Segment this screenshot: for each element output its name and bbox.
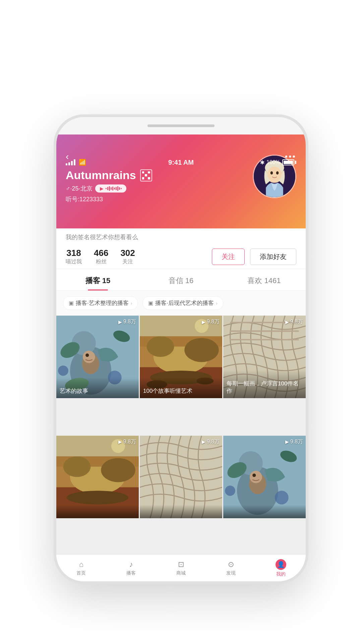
svg-point-52 [275,491,289,504]
phone-container: 📶 9:41 AM ✱ 100% ‹ ••• [0,114,362,584]
stats-row: 318 喵过我 466 粉丝 302 关注 关注 添加好友 [56,245,306,269]
play-count-3: ▶ 9.8万 [285,318,303,325]
play-icon-2: ▶ [202,319,205,325]
playlist-tag-label-1: 播客·艺术整理的播客 [76,299,129,307]
action-buttons: 关注 添加好友 [212,249,296,265]
voice-play-icon: ▶ [100,186,104,191]
profile-nav-icon: 👤 [277,561,285,568]
bottom-nav: ⌂ 首页 ♪ 播客 ⊡ 商城 ⊙ 发现 👤 [56,554,306,581]
svg-point-53 [225,485,235,496]
svg-point-21 [147,336,174,357]
status-left: 📶 [66,159,86,166]
grid-label-6 [223,505,306,518]
svg-point-11 [85,354,89,357]
play-count-1: ▶ 9.8万 [118,318,136,325]
battery-icon [282,159,296,165]
playlist-tag-art[interactable]: ▣ 播客·艺术整理的播客 › [63,296,138,310]
svg-point-22 [184,338,219,362]
shop-icon: ⊡ [178,560,184,569]
shop-label: 商城 [176,570,186,576]
play-count-2: ▶ 9.8万 [202,318,220,325]
svg-point-37 [63,456,91,477]
podcast-label: 播客 [126,570,136,576]
tab-likes[interactable]: 喜欢 1461 [223,269,306,290]
qr-code-icon[interactable] [140,169,152,181]
home-label: 首页 [76,570,86,576]
fans-label: 粉丝 [96,259,107,264]
grid-label-3: 每期一幅画，卢浮宫100件名作 [223,370,306,398]
playlist-tag-icon-1: ▣ [69,300,74,306]
discover-icon: ⊙ [228,560,234,569]
grid-item-3[interactable]: ▶ 9.8万 每期一幅画，卢浮宫100件名作 [223,316,306,398]
play-icon-1: ▶ [118,319,122,325]
fans-count: 466 [94,248,108,258]
stat-fans[interactable]: 466 粉丝 [94,248,108,265]
status-time: 9:41 AM [168,159,194,166]
play-icon-4: ▶ [118,439,122,444]
phone-mockup: 📶 9:41 AM ✱ 100% ‹ ••• [54,114,308,584]
following-count: 302 [120,248,135,258]
svg-point-16 [58,366,68,376]
playlist-tag-postmodern[interactable]: ▣ 播客·后现代艺术的播客 › [142,296,223,310]
svg-point-38 [101,458,135,482]
signal-bars [66,159,75,165]
follow-button[interactable]: 关注 [212,249,245,265]
wifi-icon: 📶 [79,159,86,166]
playlist-tags-row: ▣ 播客·艺术整理的播客 › ▣ 播客·后现代艺术的播客 › [56,291,306,316]
bluetooth-icon: ✱ [260,159,264,166]
svg-point-10 [83,351,95,363]
nav-item-shop[interactable]: ⊡ 商城 [156,560,206,576]
play-count-4: ▶ 9.8万 [118,438,136,445]
profile-header-bg: ‹ ••• Autumnrains ♂·25·北京 [56,135,306,228]
grid-label-5 [140,505,222,518]
play-count-6: ▶ 9.8万 [285,438,303,445]
playlist-tag-icon-2: ▣ [148,300,153,306]
grid-label-4 [56,505,139,518]
svg-point-4 [270,171,273,175]
username: Autumnrains [66,169,136,182]
play-icon-3: ▶ [285,319,289,325]
voice-play-button[interactable]: ▶ [95,184,126,193]
bio-text: 我的签名很艺术你想看看么 [56,228,306,245]
svg-point-41 [67,491,129,504]
stat-liked-me[interactable]: 318 喵过我 [66,248,82,265]
tab-podcasts[interactable]: 播客 15 [56,269,139,290]
profile-label: 我的 [276,571,286,577]
tabs-row: 播客 15 音信 16 喜欢 1461 [56,269,306,291]
profile-nav-avatar: 👤 [276,559,286,570]
liked-me-count: 318 [66,248,82,258]
add-friend-button[interactable]: 添加好友 [250,249,296,265]
grid-item-4[interactable]: ▶ 9.8万 [56,436,139,518]
status-bar: 📶 9:41 AM ✱ 100% [56,152,306,169]
podcast-icon: ♪ [129,560,133,569]
svg-point-5 [276,171,279,175]
app-content: 📶 9:41 AM ✱ 100% ‹ ••• [56,135,306,581]
svg-point-49 [252,473,256,477]
following-label: 关注 [122,259,133,264]
grid-label-1: 艺术的故事 [56,377,139,398]
nav-item-home[interactable]: ⌂ 首页 [56,560,106,576]
nav-item-profile[interactable]: 👤 我的 [256,559,306,577]
play-count-5: ▶ 9.8万 [202,438,220,445]
chevron-right-icon-1: › [131,301,132,306]
home-icon: ⌂ [79,560,83,569]
phone-notch-bar [147,124,215,127]
grid-label-2: 100个故事听懂艺术 [140,377,222,398]
voice-wave [106,186,122,191]
gender-age-city: ♂·25·北京 [66,184,93,193]
nav-item-discover[interactable]: ⊙ 发现 [206,560,256,576]
grid-item-1[interactable]: ▶ 9.8万 艺术的故事 [56,316,139,398]
status-right: ✱ 100% [260,159,296,166]
profile-bio-section: 我的签名很艺术你想看看么 318 喵过我 466 粉丝 302 关注 [56,228,306,316]
nav-item-podcast[interactable]: ♪ 播客 [106,560,156,576]
content-grid: ▶ 9.8万 艺术的故事 [56,316,306,554]
playlist-tag-label-2: 播客·后现代艺术的播客 [155,299,214,307]
svg-point-48 [250,471,262,483]
grid-item-6[interactable]: ▶ 9.8万 [223,436,306,518]
grid-item-2[interactable]: ▶ 9.8万 100个故事听懂艺术 [140,316,222,398]
tab-messages[interactable]: 音信 16 [139,269,223,290]
stat-following[interactable]: 302 关注 [120,248,135,265]
play-icon-5: ▶ [202,439,205,444]
grid-item-5[interactable]: ▶ 9.8万 [140,436,222,518]
liked-me-label: 喵过我 [66,259,82,264]
